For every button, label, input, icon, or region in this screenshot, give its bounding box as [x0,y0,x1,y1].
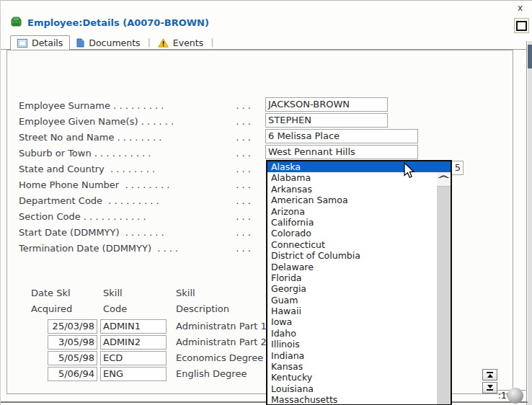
details-tab-icon [17,39,27,48]
state-option[interactable]: Massachusetts [267,394,451,405]
skills-header-desc-1: Skill [176,288,195,298]
arrow-to-bottom-icon [487,389,493,391]
field-label: Termination Date (DDMMYY) . . . . [19,243,178,254]
arrow-up-icon [487,374,493,378]
gray-sphere-icon [507,388,523,404]
skill-date-input[interactable]: 5/06/94 [48,367,97,381]
skills-header-code-2: Code [103,303,127,314]
state-dropdown-list: AlaskaAlabamaArkansasAmerican SamoaArizo… [266,160,452,405]
state-option[interactable]: Indiana [267,350,451,361]
state-option[interactable]: Arizona [267,206,451,217]
mouse-cursor-icon [403,162,416,179]
form-row: Department Code . . . . . . . . . . . . [19,192,251,208]
state-option[interactable]: Alabama [267,172,451,183]
state-option[interactable]: Georgia [267,283,451,294]
field-label: Employee Surname . . . . . . . . . [19,100,164,111]
field-dots: . . . [236,195,251,206]
skill-code-input[interactable]: ENG [100,367,167,381]
field-dots: . . . [236,179,251,190]
skills-header-desc-2: Description [176,303,229,314]
scroll-last-button[interactable] [482,382,497,393]
state-option[interactable]: American Samoa [267,195,451,205]
scroll-first-button[interactable] [482,369,497,380]
skills-header-code-1: Skill [103,288,123,298]
scrollbar-thumb[interactable] [528,45,532,68]
skill-row: 3/05/98 ADMIN2 Administratn Part 2 [1,334,303,350]
field-dots: . . . [236,243,251,254]
tab-events[interactable]: Events [151,35,210,50]
tab-details-label: Details [32,37,63,48]
state-option[interactable]: Kansas [267,361,451,372]
maximize-icon [516,21,527,31]
form-row: Termination Date (DDMMYY) . . . . . . . [19,240,251,256]
skill-description: Administratn Part 1 [176,321,267,331]
field-dots: . . . [236,132,251,143]
field-dots: . . . [236,100,251,111]
skill-description: Administratn Part 2 [176,337,267,347]
form-label-column: Employee Surname . . . . . . . . . . . .… [19,97,251,256]
maximize-button[interactable] [514,18,529,33]
scroll-up-button[interactable]: ^ [437,172,451,187]
documents-tab-icon [76,38,84,48]
field-dots: . . . [236,164,251,174]
close-icon[interactable]: x [518,3,523,13]
state-option[interactable]: Connecticut [267,239,451,250]
skill-code-input[interactable]: ECD [100,351,167,365]
street-input[interactable]: 6 Melissa Place [265,129,418,143]
tab-documents-label: Documents [89,37,140,48]
skill-code-input[interactable]: ADMIN2 [100,335,167,350]
field-label: Start Date (DDMMYY) . . . . . . . [19,227,164,238]
skills-header-date-2: Acquired [31,303,72,314]
skill-row: 5/06/94 ENG English Degree [1,366,303,382]
state-option[interactable]: Arkansas [267,184,451,195]
state-option[interactable]: Kentucky [267,372,451,383]
state-option[interactable]: Alaska [267,161,451,172]
form-row: Employee Given Name(s) . . . . . . . . . [19,113,251,129]
tab-documents[interactable]: Documents [70,35,146,50]
skill-row: 25/03/98 ADMIN1 Administratn Part 1 [1,319,303,334]
form-row: Street No and Name . . . . . . . . . . . [19,129,251,145]
skill-row: 5/05/98 ECD Economics Degree [1,350,303,366]
skill-date-input[interactable]: 25/03/98 [48,319,97,334]
state-option[interactable]: Illinois [267,339,451,350]
field-label: Section Code . . . . . . . . . . . [19,211,146,222]
skill-description: Economics Degree [176,352,263,363]
form-row: Suburb or Town . . . . . . . . . . . . . [19,145,251,161]
tab-events-label: Events [173,37,203,48]
state-options: AlaskaAlabamaArkansasAmerican SamoaArizo… [267,161,451,405]
form-row: Section Code . . . . . . . . . . . . . . [19,208,251,224]
state-option[interactable]: California [267,217,451,228]
state-option[interactable]: Guam [267,295,451,306]
skill-description: English Degree [176,368,247,379]
skill-code-input[interactable]: ADMIN1 [100,319,167,334]
suburb-input[interactable]: West Pennant Hills [265,145,418,159]
field-dots: . . . [236,211,251,222]
window-title: Employee:Details (A0070-BROWN) [27,17,209,28]
state-option[interactable]: Hawaii [267,306,451,316]
dropdown-scrollbar[interactable]: ^ [437,172,451,404]
tab-details[interactable]: Details [10,35,70,50]
state-option[interactable]: Florida [267,272,451,283]
events-warning-icon [158,38,169,48]
field-dots: . . . [236,227,251,238]
skill-date-input[interactable]: 5/05/98 [48,351,97,365]
state-option[interactable]: Delaware [267,262,451,272]
state-option[interactable]: Colorado [267,228,451,239]
surname-input[interactable]: JACKSON-BROWN [265,97,388,112]
state-option[interactable]: Iowa [267,316,451,327]
field-label: Suburb or Town . . . . . . . . . . [19,148,151,159]
state-option[interactable]: Idaho [267,328,451,339]
arrow-down-icon [487,385,493,388]
field-label: Home Phone Number . . . . . . . . [19,179,169,190]
state-option[interactable]: District of Columbia [267,250,451,261]
given-name-input[interactable]: STEPHEN [265,113,388,128]
field-label: Department Code . . . . . . . . . [19,195,159,206]
state-option[interactable]: Louisiana [267,383,451,394]
window-right-border [526,41,527,405]
skill-date-input[interactable]: 3/05/98 [48,335,97,350]
form-row: Home Phone Number . . . . . . . . . . . [19,177,251,192]
field-dots: . . . [236,116,251,127]
form-row: State and Country . . . . . . . . . . . [19,161,251,177]
field-label: Street No and Name . . . . . . . . [19,132,162,143]
window-vertical-scrollbar[interactable] [528,41,532,405]
